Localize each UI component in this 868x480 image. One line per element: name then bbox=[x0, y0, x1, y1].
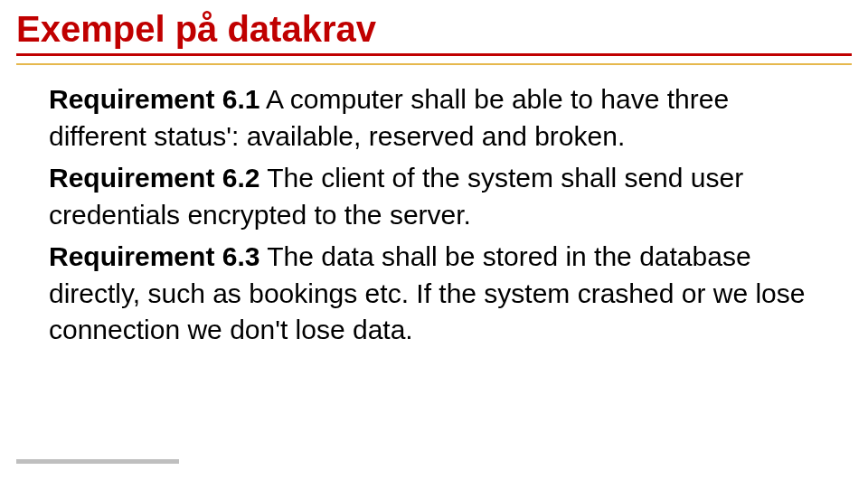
title-underline-primary bbox=[16, 53, 852, 56]
requirement-item: Requirement 6.2 The client of the system… bbox=[49, 160, 819, 233]
requirement-label: Requirement 6.1 bbox=[49, 84, 259, 114]
content-area: Requirement 6.1 A computer shall be able… bbox=[0, 65, 868, 349]
requirement-label: Requirement 6.3 bbox=[49, 241, 259, 271]
requirement-item: Requirement 6.3 The data shall be stored… bbox=[49, 239, 819, 349]
footer-decoration bbox=[16, 459, 179, 464]
requirement-item: Requirement 6.1 A computer shall be able… bbox=[49, 81, 819, 155]
requirement-label: Requirement 6.2 bbox=[49, 163, 259, 193]
page-title: Exempel på datakrav bbox=[0, 0, 868, 53]
